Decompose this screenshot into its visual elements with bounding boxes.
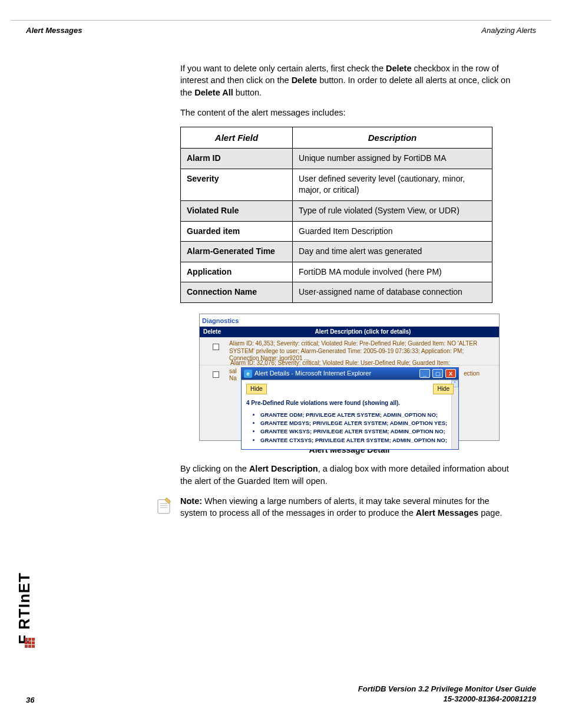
frag-na: Na bbox=[229, 375, 237, 381]
delete-checkbox[interactable] bbox=[213, 371, 219, 378]
violations-list: GRANTEE ODM; PRIVILEGE ALTER SYSTEM; ADM… bbox=[246, 411, 454, 444]
th-alert-field: Alert Field bbox=[181, 127, 293, 149]
diagnostics-title: Diagnostics bbox=[200, 314, 499, 327]
main-content: If you want to delete only certain alert… bbox=[180, 62, 518, 528]
note-label: Note: bbox=[180, 496, 202, 506]
diagnostics-panel: Diagnostics Delete Alert Description (cl… bbox=[199, 314, 500, 441]
alert-fields-table: Alert Field Description Alarm IDUnique n… bbox=[180, 127, 492, 303]
text: By clicking on the bbox=[180, 464, 249, 473]
cell-field: Guarded item bbox=[181, 221, 293, 242]
screenshot-figure: Diagnostics Delete Alert Description (cl… bbox=[199, 314, 500, 456]
close-button[interactable]: X bbox=[445, 369, 456, 378]
frag-ection: ection bbox=[464, 370, 480, 378]
violation-item: GRANTEE WKSYS; PRIVILEGE ALTER SYSTEM; A… bbox=[260, 427, 454, 435]
page-footer: 36 FortiDB Version 3.2 Privilege Monitor… bbox=[0, 684, 562, 704]
violation-item: GRANTEE CTXSYS; PRIVILEGE ALTER SYSTEM; … bbox=[260, 436, 454, 444]
cell-desc: FortiDB MA module involved (here PM) bbox=[293, 262, 492, 282]
svg-rect-11 bbox=[25, 645, 28, 648]
svg-rect-9 bbox=[28, 641, 31, 644]
popup-titlebar: e Alert Details - Microsoft Internet Exp… bbox=[242, 368, 458, 380]
cell-field: Alarm-Generated Time bbox=[181, 242, 293, 262]
cell-field: Application bbox=[181, 262, 293, 282]
delete-bold-2: Delete bbox=[292, 75, 318, 85]
text: page. bbox=[478, 508, 502, 518]
running-head-left: Alert Messages bbox=[26, 26, 82, 35]
doc-id: 15-32000-81364-20081219 bbox=[358, 694, 536, 704]
intro-paragraph-2: The content of the alert messages includ… bbox=[180, 107, 518, 118]
delete-checkbox-cell bbox=[202, 368, 229, 438]
svg-rect-13 bbox=[32, 645, 35, 648]
cell-field: Violated Rule bbox=[181, 200, 293, 221]
cell-field: Alarm ID bbox=[181, 149, 293, 169]
svg-rect-6 bbox=[28, 638, 31, 641]
note-paragraph: Note: When viewing a large numbers of al… bbox=[180, 495, 518, 519]
svg-rect-5 bbox=[25, 638, 28, 641]
col-alert-description: Alert Description (click for details) bbox=[230, 328, 495, 336]
svg-rect-7 bbox=[32, 638, 35, 641]
cell-field: Severity bbox=[181, 169, 293, 200]
guide-title: FortiDB Version 3.2 Privilege Monitor Us… bbox=[358, 684, 536, 694]
diagnostics-header-row: Delete Alert Description (click for deta… bbox=[200, 327, 499, 337]
footer-right: FortiDB Version 3.2 Privilege Monitor Us… bbox=[358, 684, 536, 704]
frag-sal: sal bbox=[229, 368, 237, 374]
running-head-right: Analyzing Alerts bbox=[481, 26, 536, 35]
text: button. bbox=[233, 88, 262, 97]
alert-messages-bold: Alert Messages bbox=[416, 508, 478, 518]
header-rule bbox=[11, 20, 551, 21]
ie-icon: e bbox=[244, 370, 252, 378]
alert-row-2[interactable]: Alarm ID: 32,076; Severity: critical; Vi… bbox=[200, 365, 499, 440]
cell-desc: Type of rule violated (System View, or U… bbox=[293, 200, 492, 221]
cell-desc: User-assigned name of database connectio… bbox=[293, 282, 492, 303]
hide-button-right[interactable]: Hide bbox=[433, 384, 454, 394]
cell-desc: User defined severity level (cautionary,… bbox=[293, 169, 492, 200]
delete-bold-1: Delete bbox=[386, 64, 412, 73]
alert-row-2-cutoff: Alarm ID: 32,076; Severity: critical; Vi… bbox=[230, 359, 450, 367]
svg-text:F   RTInET: F RTInET bbox=[18, 572, 33, 644]
popup-body: ˄ Hide Hide 4 Pre-Defined Rule violation… bbox=[242, 380, 458, 449]
after-paragraph: By clicking on the Alert Description, a … bbox=[180, 463, 518, 487]
cell-desc: Unique number assigned by FortiDB MA bbox=[293, 149, 492, 169]
fortinet-logo: F RTInET bbox=[18, 549, 41, 669]
delete-checkbox[interactable] bbox=[213, 344, 219, 350]
cell-desc: Guarded Item Description bbox=[293, 221, 492, 242]
violation-item: GRANTEE ODM; PRIVILEGE ALTER SYSTEM; ADM… bbox=[260, 411, 454, 419]
note-icon bbox=[152, 493, 174, 518]
violation-item: GRANTEE MDSYS; PRIVILEGE ALTER SYSTEM; A… bbox=[260, 419, 454, 427]
cell-desc: Day and time alert was generated bbox=[293, 242, 492, 262]
th-description: Description bbox=[293, 127, 492, 149]
popup-title: Alert Details - Microsoft Internet Explo… bbox=[254, 369, 417, 378]
violations-summary: 4 Pre-Defined Rule violations were found… bbox=[246, 399, 454, 407]
text: If you want to delete only certain alert… bbox=[180, 64, 386, 73]
alert-description-bold: Alert Description bbox=[249, 464, 318, 473]
cell-field: Connection Name bbox=[181, 282, 293, 303]
svg-rect-8 bbox=[25, 641, 28, 644]
page-number: 36 bbox=[26, 696, 34, 704]
minimize-button[interactable]: _ bbox=[419, 369, 430, 378]
svg-rect-10 bbox=[32, 641, 35, 644]
maximize-button[interactable]: ▢ bbox=[432, 369, 443, 378]
svg-rect-12 bbox=[28, 645, 31, 648]
delete-all-bold: Delete All bbox=[194, 88, 233, 97]
intro-paragraph-1: If you want to delete only certain alert… bbox=[180, 62, 518, 98]
delete-checkbox-cell bbox=[202, 340, 229, 363]
alert-details-popup: e Alert Details - Microsoft Internet Exp… bbox=[241, 367, 459, 450]
hide-button-left[interactable]: Hide bbox=[246, 384, 267, 394]
col-delete: Delete bbox=[203, 328, 230, 336]
